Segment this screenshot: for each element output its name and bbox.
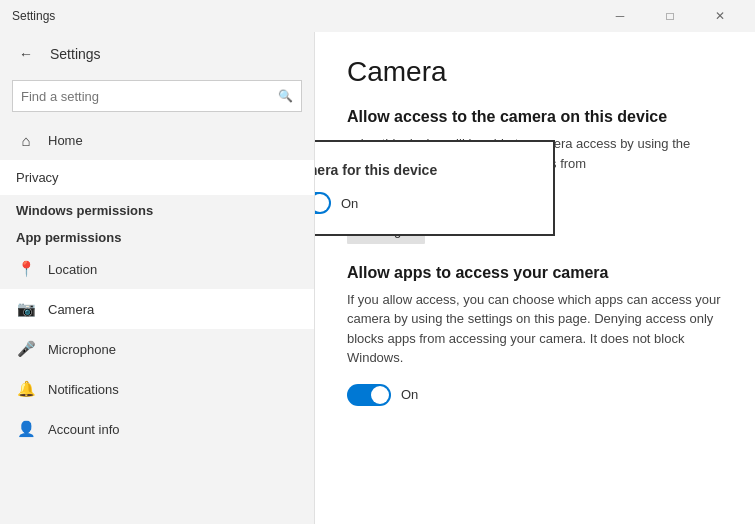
main-panel: Camera for this device On Camera Allow a… — [315, 32, 755, 524]
sidebar-header: ← Settings — [0, 32, 314, 76]
sidebar: ← Settings 🔍 ⌂ Home Privacy Windows perm… — [0, 32, 315, 524]
sidebar-item-microphone[interactable]: 🎤 Microphone — [0, 329, 314, 369]
popup-toggle-row: On — [315, 192, 533, 214]
section2-heading: Allow apps to access your camera — [347, 264, 723, 282]
titlebar-left: Settings — [12, 9, 55, 23]
sidebar-item-location[interactable]: 📍 Location — [0, 249, 314, 289]
notifications-icon: 🔔 — [16, 379, 36, 399]
section1-heading: Allow access to the camera on this devic… — [347, 108, 723, 126]
device-toggle-label: On — [341, 196, 358, 211]
sidebar-item-account-info[interactable]: 👤 Account info — [0, 409, 314, 449]
sidebar-item-camera[interactable]: 📷 Camera — [0, 289, 314, 329]
back-button[interactable]: ← — [12, 40, 40, 68]
titlebar: Settings ─ □ ✕ — [0, 0, 755, 32]
device-toggle[interactable] — [315, 192, 331, 214]
search-button[interactable]: 🔍 — [269, 80, 301, 112]
microphone-label: Microphone — [48, 342, 116, 357]
apps-toggle-knob — [371, 386, 389, 404]
location-label: Location — [48, 262, 97, 277]
location-icon: 📍 — [16, 259, 36, 279]
maximize-button[interactable]: □ — [647, 0, 693, 32]
apps-toggle-row: On — [347, 384, 723, 406]
sidebar-item-notifications[interactable]: 🔔 Notifications — [0, 369, 314, 409]
section2-text: If you allow access, you can choose whic… — [347, 290, 723, 368]
sidebar-item-home[interactable]: ⌂ Home — [0, 120, 314, 160]
device-toggle-knob — [315, 194, 329, 212]
notifications-label: Notifications — [48, 382, 119, 397]
apps-toggle[interactable] — [347, 384, 391, 406]
sidebar-app-title: Settings — [50, 46, 101, 62]
search-icon: 🔍 — [278, 89, 293, 103]
home-icon: ⌂ — [16, 130, 36, 150]
account-info-icon: 👤 — [16, 419, 36, 439]
search-box[interactable]: 🔍 — [12, 80, 302, 112]
home-label: Home — [48, 133, 83, 148]
page-title: Camera — [347, 56, 723, 88]
search-input[interactable] — [13, 89, 269, 104]
app-permissions-header: App permissions — [0, 222, 314, 249]
popup-title: Camera for this device — [315, 162, 533, 178]
camera-icon: 📷 — [16, 299, 36, 319]
microphone-icon: 🎤 — [16, 339, 36, 359]
minimize-button[interactable]: ─ — [597, 0, 643, 32]
windows-permissions-header: Windows permissions — [0, 195, 314, 222]
titlebar-controls: ─ □ ✕ — [597, 0, 743, 32]
close-button[interactable]: ✕ — [697, 0, 743, 32]
account-info-label: Account info — [48, 422, 120, 437]
apps-toggle-label: On — [401, 387, 418, 402]
camera-label: Camera — [48, 302, 94, 317]
sidebar-item-privacy[interactable]: Privacy — [0, 160, 314, 195]
titlebar-title: Settings — [12, 9, 55, 23]
privacy-label: Privacy — [16, 170, 59, 185]
main-content: ← Settings 🔍 ⌂ Home Privacy Windows perm… — [0, 32, 755, 524]
camera-device-popup: Camera for this device On — [315, 140, 555, 236]
